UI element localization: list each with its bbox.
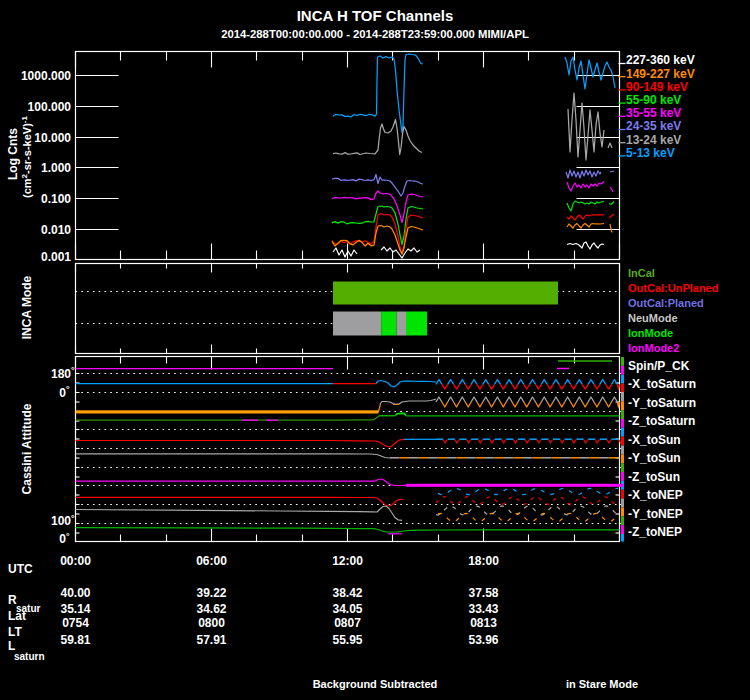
svg-text:-Y_toSaturn: -Y_toSaturn	[628, 396, 696, 410]
svg-text:35.14: 35.14	[60, 602, 90, 616]
svg-text:saturn: saturn	[14, 651, 45, 662]
svg-text:34.62: 34.62	[196, 602, 226, 616]
svg-text:LT: LT	[8, 625, 22, 639]
svg-text:59.81: 59.81	[60, 633, 90, 647]
svg-text:InCal: InCal	[628, 267, 655, 279]
svg-text:°: °	[66, 384, 70, 394]
svg-text:37.58: 37.58	[468, 586, 498, 600]
svg-text:Log Cnts: Log Cnts	[6, 128, 20, 180]
svg-text:55-90 keV: 55-90 keV	[626, 93, 681, 107]
svg-text:00:00: 00:00	[60, 554, 91, 568]
svg-text:°: °	[66, 531, 70, 541]
svg-text:-Z_toSun: -Z_toSun	[628, 470, 680, 484]
svg-text:in Stare Mode: in Stare Mode	[566, 678, 638, 690]
svg-text:55.95: 55.95	[332, 633, 362, 647]
svg-text:-X_toSaturn: -X_toSaturn	[628, 377, 696, 391]
svg-text:-X_toSun: -X_toSun	[628, 433, 681, 447]
svg-text:34.05: 34.05	[332, 602, 362, 616]
svg-text:13-24 keV: 13-24 keV	[626, 133, 681, 147]
svg-text:40.00: 40.00	[60, 586, 90, 600]
svg-text:Cassini Attitude: Cassini Attitude	[20, 403, 34, 494]
svg-text:24-35 keV: 24-35 keV	[626, 119, 681, 133]
svg-text:-Z_toSaturn: -Z_toSaturn	[628, 414, 695, 428]
svg-text:38.42: 38.42	[332, 586, 362, 600]
svg-text:-Y_toNEP: -Y_toNEP	[628, 507, 683, 521]
svg-text:°: °	[71, 365, 75, 375]
svg-text:0.010: 0.010	[41, 223, 71, 237]
svg-text:UTC: UTC	[8, 562, 33, 576]
svg-text:100: 100	[51, 514, 71, 528]
svg-text:INCA H TOF Channels: INCA H TOF Channels	[297, 7, 454, 24]
svg-text:18:00: 18:00	[468, 554, 499, 568]
svg-text:35-55 keV: 35-55 keV	[626, 106, 681, 120]
svg-text:149-227 keV: 149-227 keV	[626, 67, 695, 81]
svg-text:06:00: 06:00	[196, 554, 227, 568]
svg-text:0.001: 0.001	[41, 250, 71, 264]
svg-text:NeuMode: NeuMode	[628, 312, 678, 324]
svg-text:IonMode2: IonMode2	[628, 342, 679, 354]
svg-text:Background Subtracted: Background Subtracted	[313, 678, 438, 690]
svg-text:IonMode: IonMode	[628, 327, 673, 339]
svg-text:100.000: 100.000	[28, 100, 72, 114]
svg-text:OutCal:UnPlaned: OutCal:UnPlaned	[628, 282, 718, 294]
svg-text:33.43: 33.43	[468, 602, 498, 616]
svg-text:0800: 0800	[198, 616, 225, 630]
svg-text:227-360 keV: 227-360 keV	[626, 53, 695, 67]
svg-text:57.91: 57.91	[196, 633, 226, 647]
svg-text:°: °	[71, 513, 75, 523]
svg-text:-Z_toNEP: -Z_toNEP	[628, 525, 682, 539]
svg-text:Spin/P_CK: Spin/P_CK	[628, 359, 690, 373]
svg-text:39.22: 39.22	[196, 586, 226, 600]
svg-text:5-13 keV: 5-13 keV	[626, 146, 675, 160]
svg-text:0813: 0813	[470, 616, 497, 630]
svg-text:90-149 keV: 90-149 keV	[626, 80, 688, 94]
svg-text:12:00: 12:00	[332, 554, 363, 568]
svg-text:INCA Mode: INCA Mode	[20, 275, 34, 339]
svg-text:-Y_toSun: -Y_toSun	[628, 451, 681, 465]
svg-text:0.100: 0.100	[41, 192, 71, 206]
svg-text:OutCal:Planed: OutCal:Planed	[628, 297, 704, 309]
svg-text:(cm2-sr-s-keV)-1: (cm2-sr-s-keV)-1	[20, 116, 33, 198]
svg-text:Lat: Lat	[8, 609, 26, 623]
svg-text:1.000: 1.000	[41, 161, 71, 175]
svg-text:-X_toNEP: -X_toNEP	[628, 488, 683, 502]
svg-text:2014-288T00:00:00.000 - 2014-2: 2014-288T00:00:00.000 - 2014-288T23:59:0…	[221, 28, 529, 40]
svg-text:0754: 0754	[62, 616, 89, 630]
svg-text:1000.000: 1000.000	[21, 69, 71, 83]
svg-text:180: 180	[51, 367, 71, 381]
svg-text:53.96: 53.96	[468, 633, 498, 647]
svg-text:0807: 0807	[334, 616, 361, 630]
svg-text:10.000: 10.000	[34, 131, 71, 145]
